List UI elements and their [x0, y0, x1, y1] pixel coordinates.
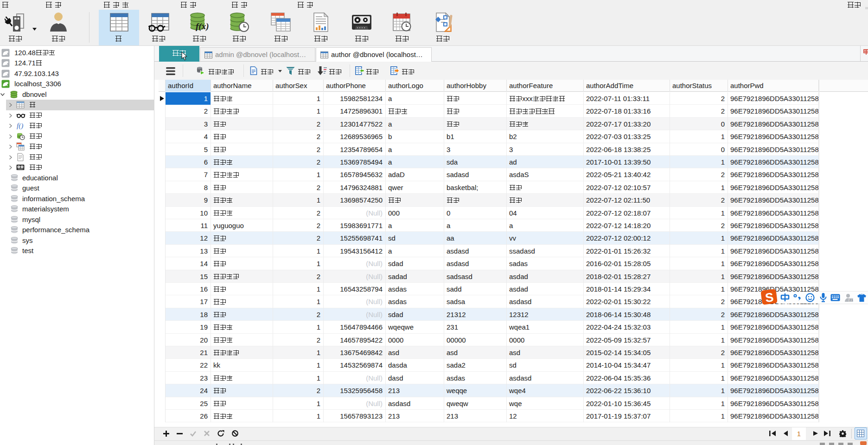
svg-text:f(x): f(x): [196, 21, 209, 32]
svg-text:S: S: [764, 290, 774, 305]
svg-text:21: 21: [849, 298, 853, 302]
svg-text:f(): f(): [17, 122, 23, 130]
